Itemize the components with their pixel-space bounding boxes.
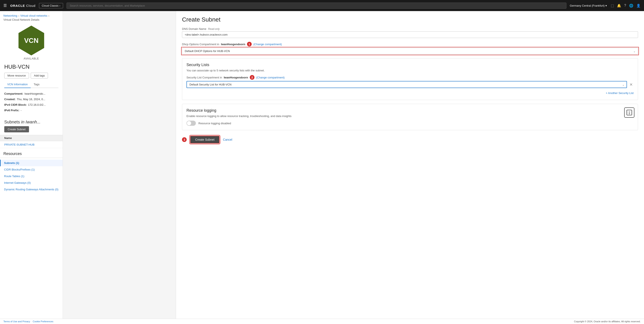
create-subnet-button[interactable]: Create Subnet [4, 126, 29, 132]
create-subnet-panel: Create Subnet DNS Domain Name Read-only … [176, 11, 644, 324]
hexagon-text: VCN [24, 37, 38, 44]
nav-right: Germany Central (Frankfurt) ▾ ⬚ 🔔 ? 🌐 👤 [570, 4, 640, 8]
dns-readonly-label: Read-only [208, 28, 220, 30]
region-selector[interactable]: Germany Central (Frankfurt) ▾ [570, 4, 607, 7]
vcn-status-badge: AVAILABLE [24, 57, 39, 60]
security-list-select[interactable]: Default Security List for HUB-VCN [186, 81, 627, 88]
toggle-knob [187, 121, 191, 125]
dhcp-change-compartment-link[interactable]: (Change compartment) [254, 43, 282, 46]
cancel-button[interactable]: Cancel [223, 138, 232, 141]
dhcp-compartment-row: Dhcp Options Compartment in IwanHoogendo… [182, 42, 638, 46]
vcn-name: HUB-VCN [4, 64, 58, 70]
dns-label: DNS Domain Name Read-only [182, 27, 638, 30]
footer: Terms of Use and Privacy Cookie Preferen… [0, 319, 644, 324]
main-container: Networking » Virtual cloud networks » Vi… [0, 11, 644, 324]
help-widget-icon [626, 110, 632, 116]
dhcp-select[interactable]: Default DHCP Options for HUB-VCN [182, 48, 638, 54]
compartment-value: IwanHoogendo... [24, 91, 46, 96]
globe-icon[interactable]: 🌐 [629, 4, 633, 8]
sidebar-item-dynamic-routing[interactable]: Dynamic Routing Gateways Attachments (0) [0, 186, 63, 193]
resource-logging-desc: Enable resource logging to allow resourc… [186, 114, 634, 118]
security-list-compartment-row: Security List Compartment in IwanHoogend… [186, 75, 634, 80]
resource-logging-title: Resource logging [186, 108, 634, 113]
dhcp-options-group: Dhcp Options Compartment in IwanHoogendo… [182, 42, 638, 54]
vcn-name-area: HUB-VCN [0, 60, 63, 70]
created-value: Thu, May 16, 2024, 0... [17, 96, 46, 102]
subnets-italic-header: in Iwanh... [21, 120, 40, 124]
breadcrumb-networking[interactable]: Networking [4, 14, 17, 17]
vcn-hexagon: VCN [14, 26, 48, 56]
ipv6-value: - [21, 108, 22, 113]
security-list-badge: 2 [250, 75, 254, 80]
svg-point-5 [628, 114, 628, 114]
left-panel: Networking » Virtual cloud networks » Vi… [0, 11, 63, 324]
created-label: Created: [4, 96, 16, 102]
vcn-info: Compartment: IwanHoogendo... Created: Th… [0, 88, 63, 116]
dhcp-compartment-bold: IwanHoogendoorn [221, 43, 245, 46]
vcn-info-ipv4: IPv4 CIDR Block: 172.16.0.0/2... [4, 102, 58, 108]
help-widget[interactable] [624, 108, 634, 118]
terms-link[interactable]: Terms of Use and Privacy [4, 320, 30, 323]
hamburger-icon[interactable]: ☰ [4, 3, 7, 8]
move-resource-button[interactable]: Move resource [4, 73, 29, 78]
security-list-compartment-bold: IwanHoogendoorn [224, 76, 248, 79]
vcn-info-created: Created: Thu, May 16, 2024, 0... [4, 96, 58, 102]
vcn-info-ipv6: IPv6 Prefix: - [4, 108, 58, 113]
form-actions: 3 Create Subnet Cancel [182, 134, 638, 145]
subnet-link[interactable]: PRIVATE-SUBNET-HUB [4, 143, 34, 146]
bell-icon[interactable]: 🔔 [617, 4, 621, 8]
security-list-change-compartment-link[interactable]: (Change compartment) [256, 76, 285, 79]
terminal-icon[interactable]: ⬚ [611, 4, 614, 8]
cloud-classic-button[interactable]: Cloud Classic › [39, 3, 63, 8]
ipv4-label: IPv4 CIDR Block: [4, 102, 27, 108]
footer-right: Copyright © 2024, Oracle and/or its affi… [574, 320, 640, 323]
user-icon[interactable]: 👤 [636, 4, 640, 8]
security-list-compartment-label: Security List Compartment in [186, 76, 222, 79]
breadcrumb: Networking » Virtual cloud networks » Vi… [0, 11, 63, 24]
sidebar-item-subnets[interactable]: Subnets (1) [0, 160, 63, 166]
security-list-row: Default Security List for HUB-VCN ✕ [186, 81, 634, 88]
svg-point-4 [630, 111, 631, 111]
vcn-info-compartment: Compartment: IwanHoogendo... [4, 91, 58, 96]
hexagon-shape: VCN [16, 26, 46, 56]
resource-logging-toggle[interactable] [186, 121, 196, 126]
resource-logging-toggle-row: Resource logging disabled [186, 121, 634, 126]
dhcp-compartment-label: Dhcp Options Compartment in [182, 43, 219, 46]
cookies-link[interactable]: Cookie Preferences [33, 320, 54, 323]
vcn-logo-area: VCN AVAILABLE [0, 24, 63, 60]
sidebar-item-route-tables[interactable]: Route Tables (1) [0, 173, 63, 180]
breadcrumb-vcn-detail: Virtual Cloud Network Details [4, 18, 40, 21]
add-tags-button[interactable]: Add tags [31, 73, 48, 78]
dhcp-select-wrapper: Default DHCP Options for HUB-VCN [182, 48, 638, 54]
remove-security-list-button[interactable]: ✕ [629, 82, 634, 88]
security-lists-desc: You can associate up to 5 network securi… [186, 69, 634, 72]
create-subnet-submit-button[interactable]: Create Subnet [190, 136, 220, 144]
tab-vcn-information[interactable]: VCN Information [4, 81, 31, 88]
sidebar-item-cidr[interactable]: CIDR Blocks/Prefixes (1) [0, 166, 63, 173]
dns-domain-name-group: DNS Domain Name Read-only [182, 27, 638, 38]
ipv4-value: 172.16.0.0/2... [28, 102, 46, 108]
sidebar-item-internet-gateways[interactable]: Internet Gateways (0) [0, 180, 63, 186]
svg-point-6 [630, 114, 631, 114]
nav-icons: ⬚ 🔔 ? 🌐 👤 [611, 4, 640, 8]
resource-logging-label: Resource logging disabled [198, 122, 231, 125]
compartment-label: Compartment: [4, 91, 23, 96]
vcn-tabs: VCN Information Tags [4, 81, 58, 88]
breadcrumb-sep1: » [18, 14, 20, 17]
svg-point-3 [628, 111, 628, 111]
dhcp-badge: 1 [247, 42, 252, 46]
create-subnet-badge: 3 [182, 137, 187, 142]
table-header-name: Name [0, 135, 63, 141]
security-lists-title: Security Lists [186, 63, 634, 67]
vcn-actions: Move resource Add tags [0, 70, 63, 81]
breadcrumb-vcn-list[interactable]: Virtual cloud networks [20, 14, 47, 17]
panel-title: Create Subnet [182, 16, 638, 23]
add-security-list-button[interactable]: + Another Security List [606, 90, 634, 96]
search-input[interactable] [66, 2, 566, 9]
dns-domain-input[interactable] [182, 31, 638, 38]
breadcrumb-sep2: » [48, 14, 50, 17]
help-icon[interactable]: ? [624, 4, 626, 8]
svg-point-1 [629, 111, 630, 112]
oracle-logo: ORACLE Cloud [10, 4, 36, 8]
tab-tags[interactable]: Tags [31, 81, 42, 88]
